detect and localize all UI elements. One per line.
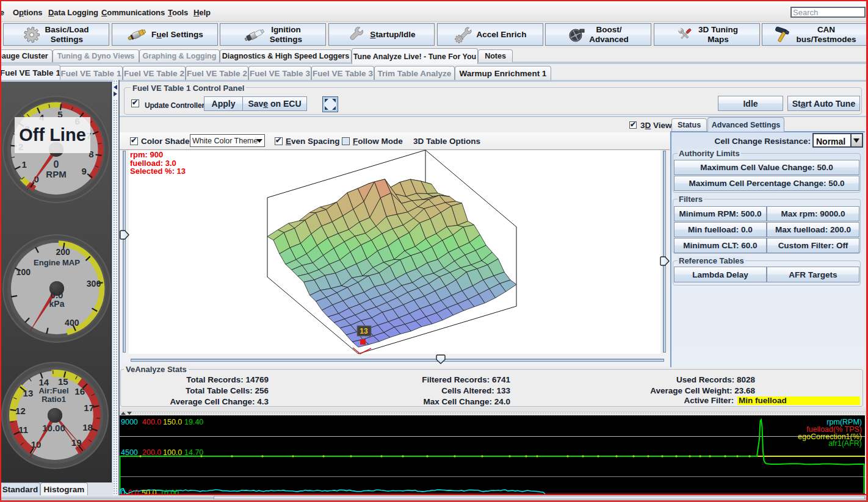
svg-text:100.0: 100.0 (163, 448, 182, 457)
svg-text:50.0: 50.0 (142, 489, 156, 494)
svg-text:1: 1 (22, 159, 27, 170)
svg-text:19.40: 19.40 (184, 418, 203, 426)
svg-text:400: 400 (65, 318, 79, 328)
svg-text:12: 12 (15, 406, 26, 416)
svg-text:10.00: 10.00 (42, 423, 65, 433)
svg-text:9000: 9000 (121, 418, 138, 426)
svg-text:0: 0 (121, 489, 125, 494)
svg-text:9: 9 (82, 166, 87, 176)
svg-text:200.0: 200.0 (142, 448, 161, 457)
svg-text:11: 11 (18, 425, 28, 435)
svg-text:kPa: kPa (49, 299, 65, 309)
svg-text:400.0: 400.0 (142, 418, 161, 426)
svg-text:Engine MAP: Engine MAP (34, 258, 80, 267)
svg-text:300: 300 (87, 279, 101, 289)
svg-text:10.00: 10.00 (160, 489, 179, 494)
svg-text:0: 0 (54, 159, 59, 170)
svg-text:200: 200 (56, 247, 70, 257)
svg-text:18: 18 (82, 422, 93, 432)
svg-text:150.0: 150.0 (163, 418, 182, 426)
svg-text:RPM: RPM (46, 169, 66, 179)
svg-text:13: 13 (360, 327, 368, 335)
svg-text:0.0: 0.0 (128, 489, 139, 494)
svg-text:4500: 4500 (121, 448, 138, 457)
svg-text:100: 100 (16, 267, 31, 277)
svg-text:14.70: 14.70 (184, 448, 203, 457)
svg-text:afr1(AFR): afr1(AFR) (828, 439, 862, 448)
